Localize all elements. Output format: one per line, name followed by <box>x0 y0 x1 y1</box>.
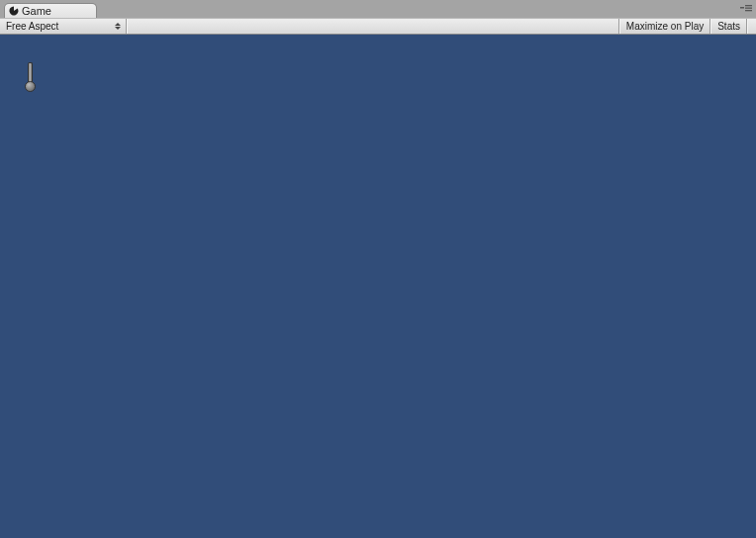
tab-game[interactable]: Game <box>4 3 97 18</box>
toolbar: Free Aspect Maximize on Play Stats <box>0 18 756 35</box>
svg-rect-2 <box>745 8 752 9</box>
svg-rect-1 <box>745 5 752 6</box>
tab-label: Game <box>22 5 51 17</box>
thermometer-tube <box>28 62 33 82</box>
aspect-ratio-dropdown[interactable]: Free Aspect <box>0 19 127 34</box>
thermometer-sprite <box>25 62 36 92</box>
window-menu-icon[interactable] <box>740 4 752 12</box>
pacman-icon <box>9 6 19 16</box>
svg-rect-0 <box>740 7 744 9</box>
aspect-ratio-label: Free Aspect <box>6 21 58 32</box>
thermometer-bulb <box>25 81 36 92</box>
title-bar: Game <box>0 0 756 18</box>
game-view <box>0 35 756 538</box>
dropdown-arrows-icon <box>115 23 121 30</box>
stats-label: Stats <box>717 21 740 32</box>
svg-rect-3 <box>745 10 752 11</box>
toolbar-spacer <box>127 19 619 34</box>
maximize-label: Maximize on Play <box>626 21 704 32</box>
maximize-on-play-button[interactable]: Maximize on Play <box>619 19 710 34</box>
stats-button[interactable]: Stats <box>710 19 747 34</box>
toolbar-end <box>747 19 756 34</box>
